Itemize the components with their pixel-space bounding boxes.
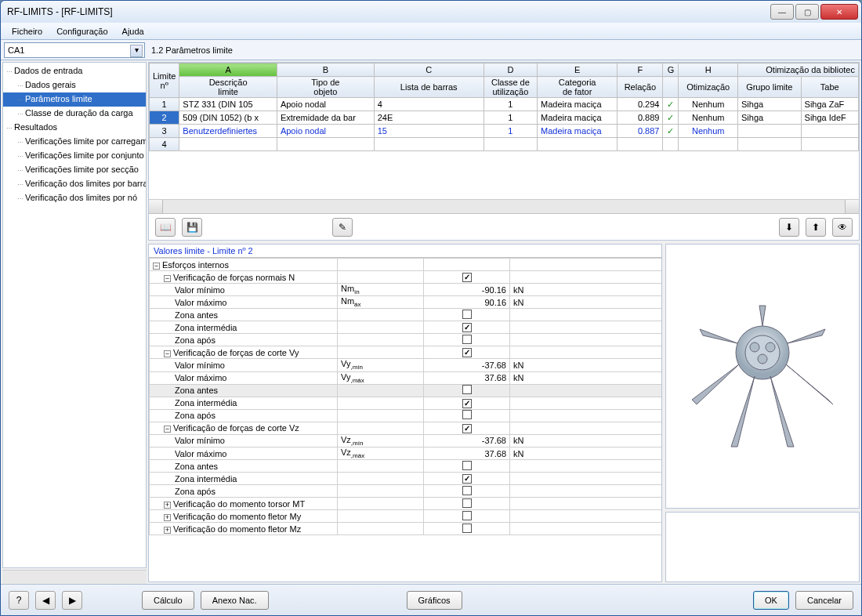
checkbox-icon[interactable]: ✓ — [462, 273, 472, 282]
checkbox-icon[interactable] — [462, 524, 472, 533]
value-number[interactable]: 37.68 — [424, 371, 510, 384]
limits-table[interactable]: Limitenº A B C D E F G H Otimização da b… — [149, 63, 859, 151]
maximize-button[interactable]: ▢ — [795, 4, 819, 20]
col-D[interactable]: D — [484, 63, 537, 77]
graphics-button[interactable]: Gráficos — [407, 591, 462, 610]
checkbox-icon[interactable] — [462, 461, 472, 470]
cell-group[interactable] — [738, 125, 802, 138]
export-button[interactable]: ⬇ — [779, 218, 799, 237]
cell-class[interactable]: 1 — [484, 98, 537, 111]
col-list[interactable]: Lista de barras — [374, 77, 484, 98]
col-desc[interactable]: Descriçãolimite — [179, 77, 277, 98]
cell-class[interactable] — [484, 138, 537, 151]
cell-type[interactable]: Extremidade da bar — [277, 111, 374, 125]
cell-table[interactable] — [801, 138, 858, 151]
tree-item-r4[interactable]: Verificação dos limites por barra — [3, 177, 146, 191]
col-class[interactable]: Classe deutilização — [484, 77, 537, 98]
next-button[interactable]: ▶ — [62, 591, 82, 610]
help-button[interactable]: ? — [9, 591, 29, 610]
cell-group[interactable]: Sihga — [738, 111, 802, 125]
pick-button[interactable]: ✎ — [332, 218, 353, 237]
value-cb[interactable]: ✓ — [424, 271, 510, 284]
calc-button[interactable]: Cálculo — [142, 591, 194, 610]
menu-help[interactable]: Ajuda — [116, 25, 150, 38]
checkbox-icon[interactable] — [462, 511, 472, 520]
nav-tree[interactable]: Dados de entrada Dados gerais Parâmetros… — [2, 62, 147, 568]
cell-list[interactable] — [374, 138, 484, 151]
col-num[interactable]: Limitenº — [150, 63, 179, 98]
cell-class[interactable]: 1 — [484, 111, 537, 125]
expand-toggle-icon[interactable]: − — [164, 350, 171, 357]
value-label[interactable]: −Verificação de forças normais N — [150, 271, 338, 284]
cell-table[interactable]: Sihga IdeF — [801, 111, 858, 125]
values-scroll[interactable]: −Esforços internos −Verificação de força… — [149, 257, 661, 582]
value-label[interactable]: −Verificação de forças de corte Vy — [150, 346, 338, 359]
value-cb[interactable] — [424, 510, 510, 523]
cell-group[interactable] — [738, 138, 802, 151]
minimize-button[interactable]: — — [770, 4, 794, 20]
value-cb[interactable] — [424, 498, 510, 510]
value-cb[interactable] — [424, 309, 510, 321]
cell-desc[interactable]: Benutzerdefiniertes — [179, 125, 277, 138]
checkbox-icon[interactable]: ✓ — [462, 474, 472, 484]
tree-item-load-class[interactable]: Classe de duração da carga — [3, 107, 146, 121]
col-H[interactable]: H — [679, 63, 738, 77]
col-type[interactable]: Tipo deobjeto — [277, 77, 374, 98]
cell-type[interactable] — [277, 138, 374, 151]
cell-table[interactable] — [801, 125, 858, 138]
value-cb[interactable] — [424, 523, 510, 535]
value-cb[interactable] — [424, 259, 510, 271]
grid-hscroll[interactable] — [149, 199, 859, 213]
checkbox-icon[interactable] — [462, 310, 472, 319]
expand-toggle-icon[interactable]: + — [164, 514, 171, 521]
cell-ratio[interactable]: 0.889 — [618, 111, 663, 125]
value-cb[interactable] — [424, 485, 510, 498]
expand-toggle-icon[interactable]: − — [153, 263, 160, 270]
value-label[interactable]: −Esforços internos — [150, 259, 338, 271]
values-table[interactable]: −Esforços internos −Verificação de força… — [149, 258, 661, 535]
cell-opt[interactable]: Nenhum — [679, 98, 738, 111]
checkbox-icon[interactable] — [462, 498, 472, 508]
checkbox-icon[interactable] — [462, 385, 472, 394]
value-cb[interactable]: ✓ — [424, 422, 510, 434]
col-G[interactable]: G — [663, 63, 679, 77]
cell-list[interactable]: 15 — [374, 125, 484, 138]
cell-desc[interactable]: STZ 331 (DIN 105 — [179, 98, 277, 111]
cell-cat[interactable]: Madeira maciça — [538, 125, 618, 138]
title-bar[interactable]: RF-LIMITS - [RF-LIMITS] — ▢ ✕ — [1, 1, 861, 23]
ok-button[interactable]: OK — [753, 591, 789, 610]
value-cb[interactable] — [424, 384, 510, 397]
value-label[interactable]: +Verificação do momento torsor MT — [150, 498, 338, 510]
expand-toggle-icon[interactable]: + — [164, 502, 171, 509]
view-button[interactable]: 👁 — [832, 218, 853, 237]
col-A[interactable]: A — [179, 63, 277, 77]
value-label[interactable]: +Verificação do momento fletor Mz — [150, 523, 338, 535]
cell-type[interactable]: Apoio nodal — [277, 125, 374, 138]
tree-item-r1[interactable]: Verificações limite por carregamento — [3, 135, 146, 149]
value-number[interactable]: 37.68 — [424, 447, 510, 459]
value-number[interactable]: -37.68 — [424, 434, 510, 447]
col-group[interactable]: Grupo limite — [738, 77, 802, 98]
library-button[interactable]: 📖 — [155, 218, 176, 237]
col-table[interactable]: Tabe — [801, 77, 858, 98]
col-B[interactable]: B — [277, 63, 374, 77]
cell-cat[interactable]: Madeira maciça — [538, 98, 618, 111]
col-cat[interactable]: Categoriade fator — [538, 77, 618, 98]
col-opt[interactable]: Otimização — [679, 77, 738, 98]
cell-ratio[interactable] — [618, 138, 663, 151]
cell-class[interactable]: 1 — [484, 125, 537, 138]
checkbox-icon[interactable]: ✓ — [462, 348, 472, 357]
cell-group[interactable]: Sihga — [738, 98, 802, 111]
cell-type[interactable]: Apoio nodal — [277, 98, 374, 111]
value-cb[interactable]: ✓ — [424, 397, 510, 409]
value-label[interactable]: −Verificação de forças de corte Vz — [150, 422, 338, 434]
cell-cat[interactable]: Madeira maciça — [538, 111, 618, 125]
import-button[interactable]: ⬆ — [806, 218, 826, 237]
value-cb[interactable]: ✓ — [424, 346, 510, 359]
col-I[interactable]: Otimização da bibliotec — [738, 63, 859, 77]
tree-item-r2[interactable]: Verificações limite por conjunto — [3, 149, 146, 163]
cell-opt[interactable]: Nenhum — [679, 111, 738, 125]
value-label[interactable]: +Verificação do momento fletor My — [150, 510, 338, 523]
value-cb[interactable] — [424, 409, 510, 422]
checkbox-icon[interactable]: ✓ — [462, 399, 472, 408]
